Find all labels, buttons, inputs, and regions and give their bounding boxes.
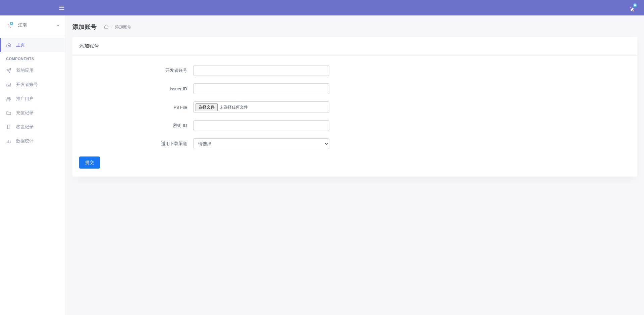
- sidebar-item-issued[interactable]: 签发记录: [0, 120, 65, 134]
- card-body: 开发者账号 Issuer ID P8 File 选择文件 未选择任何文件: [72, 56, 637, 177]
- developer-account-label: 开发者账号: [79, 68, 193, 74]
- sidebar-item-recharge[interactable]: 充值记录: [0, 106, 65, 120]
- issuer-id-label: Issuer ID: [79, 86, 193, 91]
- sidebar-item-label: 推广用户: [16, 96, 34, 102]
- svg-point-7: [7, 97, 9, 99]
- device-icon: [6, 124, 11, 130]
- hamburger-icon: [58, 4, 65, 11]
- sidebar-item-label: 主页: [16, 42, 25, 48]
- form-row-key-id: 密钥 ID: [79, 120, 631, 131]
- sidebar-item-devaccount[interactable]: 开发者账号: [0, 78, 65, 92]
- folder-icon: [6, 110, 11, 116]
- page-title: 添加账号: [72, 23, 97, 31]
- home-icon: [104, 24, 109, 29]
- sidebar-item-label: 我的应用: [16, 68, 34, 74]
- card-add-account: 添加账号 开发者账号 Issuer ID P8 File 选择文件: [72, 37, 637, 177]
- menu-toggle-button[interactable]: [58, 4, 65, 11]
- paper-plane-icon: [6, 68, 11, 73]
- user-name: 江南: [18, 22, 27, 28]
- sidebar-item-label: 开发者账号: [16, 82, 38, 88]
- home-icon: [6, 42, 11, 48]
- sidebar: 江南 主页 COMPONENTS 我的应用 开发者账号: [0, 15, 66, 184]
- channel-label: 适用下载渠道: [79, 141, 193, 147]
- p8-file-input[interactable]: 选择文件 未选择任何文件: [193, 101, 329, 113]
- sidebar-item-label: 充值记录: [16, 110, 34, 116]
- sidebar-section-title: COMPONENTS: [0, 52, 65, 63]
- user-dropdown[interactable]: 江南: [0, 15, 65, 35]
- sidebar-item-stats[interactable]: 数据统计: [0, 134, 65, 148]
- user-info: 江南: [6, 20, 27, 30]
- sidebar-item-home[interactable]: 主页: [0, 38, 65, 52]
- channel-select[interactable]: 请选择: [193, 138, 329, 149]
- p8-file-label: P8 File: [79, 105, 193, 110]
- breadcrumb-home[interactable]: [104, 24, 109, 30]
- sidebar-logo-area: [6, 0, 72, 15]
- developer-account-input[interactable]: [193, 65, 329, 76]
- submit-button[interactable]: 提交: [79, 156, 100, 169]
- inbox-icon: [6, 82, 11, 87]
- choose-file-button[interactable]: 选择文件: [196, 103, 218, 111]
- sidebar-item-myapps[interactable]: 我的应用: [0, 63, 65, 78]
- breadcrumb-current: 添加账号: [115, 24, 131, 30]
- svg-point-8: [9, 97, 10, 98]
- main-content: 添加账号 / 添加账号 添加账号 开发者账号 Issuer ID: [66, 15, 644, 184]
- nav-list: 主页 COMPONENTS 我的应用 开发者账号 推广用户: [0, 35, 65, 148]
- key-id-input[interactable]: [193, 120, 329, 131]
- issuer-id-input[interactable]: [193, 83, 329, 94]
- topbar: [0, 0, 644, 15]
- breadcrumb-separator: /: [111, 25, 112, 29]
- sidebar-item-label: 数据统计: [16, 138, 34, 144]
- key-id-label: 密钥 ID: [79, 123, 193, 129]
- svg-point-6: [11, 22, 12, 24]
- form-row-p8-file: P8 File 选择文件 未选择任何文件: [79, 101, 631, 113]
- avatar-rocket-icon: [6, 20, 15, 30]
- file-placeholder-text: 未选择任何文件: [220, 104, 248, 110]
- page-header: 添加账号 / 添加账号: [72, 23, 637, 31]
- sidebar-item-label: 签发记录: [16, 124, 34, 130]
- sidebar-item-users[interactable]: 推广用户: [0, 92, 65, 106]
- form-row-issuer-id: Issuer ID: [79, 83, 631, 94]
- form-row-channel: 适用下载渠道 请选择: [79, 138, 631, 149]
- chevron-down-icon: [57, 24, 59, 27]
- card-header: 添加账号: [72, 37, 637, 56]
- users-icon: [6, 96, 11, 101]
- topbar-right: [629, 2, 638, 13]
- bar-chart-icon: [6, 138, 11, 144]
- form-row-developer-account: 开发者账号: [79, 65, 631, 76]
- svg-point-4: [634, 4, 636, 6]
- breadcrumb: / 添加账号: [104, 24, 131, 30]
- rocket-icon[interactable]: [629, 2, 638, 13]
